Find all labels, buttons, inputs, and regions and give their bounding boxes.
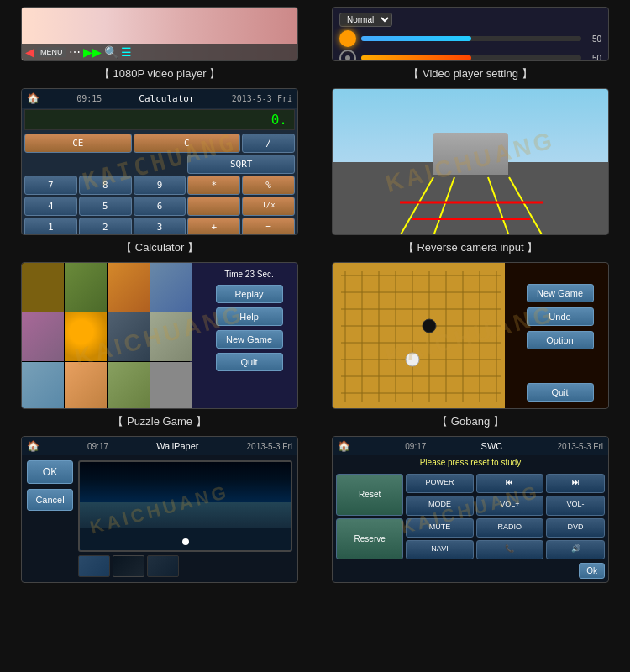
tile-1[interactable] [65,263,107,312]
svg-line-3 [488,177,509,234]
btn1[interactable]: 1 [24,218,77,235]
swc-time: 09:17 [405,442,426,451]
calc-topbar: 🏠 09:15 Calculator 2013-5-3 Fri [22,89,297,108]
btn2[interactable]: 2 [79,218,132,235]
undo-button[interactable]: Undo [527,307,594,326]
btn8[interactable]: 8 [79,176,132,195]
mute-button[interactable]: MUTE [406,518,473,538]
gobang-board[interactable] [333,263,505,409]
c-button[interactable]: C [134,134,241,153]
guide-lines [333,89,608,234]
btn5[interactable]: 5 [79,197,132,216]
navi-button[interactable]: NAVI [406,540,473,559]
btn4[interactable]: 4 [24,197,77,216]
home-icon[interactable]: 🏠 [27,92,39,104]
tile-10[interactable] [108,362,150,409]
tile-7[interactable] [150,312,192,361]
saturation-value: 50 [585,54,601,62]
newgame-gobang-button[interactable]: New Game [527,284,594,302]
sqrt-button[interactable]: SQRT [187,155,295,174]
ok-swc-button[interactable]: Ok [579,563,605,579]
btn3[interactable]: 3 [134,218,186,235]
vol-minus-button[interactable]: VOL- [546,496,605,515]
btn7[interactable]: 7 [24,176,77,195]
brightness-bar[interactable] [361,36,581,41]
thumbnail-strip [78,555,292,577]
tile-11[interactable] [150,362,192,409]
mul-button[interactable]: * [187,176,240,195]
radio-button[interactable]: RADIO [476,518,543,538]
tile-3[interactable] [150,263,192,312]
wp-topbar: 🏠 09:17 WallPaper 2013-5-3 Fri [22,437,297,455]
option-button[interactable]: Option [527,331,594,349]
puzzle-time: Time 23 Sec. [224,270,274,279]
swc-title: SWC [481,441,503,451]
quit-gobang-button[interactable]: Quit [527,383,594,402]
btn6[interactable]: 6 [134,197,186,216]
brightness-value: 50 [585,34,601,44]
phone-button[interactable]: 📞 [476,540,543,559]
help-button[interactable]: Help [216,307,283,326]
calculator-caption: 【 Calculator 】 [121,240,198,255]
add-button[interactable]: + [187,218,240,235]
quit-puzzle-button[interactable]: Quit [216,353,283,371]
swc-topbar: 🏠 09:17 SWC 2013-5-3 Fri [333,437,608,455]
wallpaper-cell: 🏠 09:17 WallPaper 2013-5-3 Fri OK Cancel [7,436,312,583]
svg-point-24 [423,319,436,333]
wallpaper-preview[interactable] [78,460,292,552]
tile-0[interactable] [22,263,64,312]
pct-button[interactable]: % [242,176,295,195]
next-track-button[interactable]: ⏭ [546,474,605,493]
ok-button[interactable]: OK [27,460,73,484]
play-btn[interactable]: ▶▶ [83,45,102,59]
mode-select[interactable]: Normal [339,13,392,27]
search-btn[interactable]: 🔍 [104,45,118,59]
replay-button[interactable]: Replay [216,285,283,303]
tile-2[interactable] [108,263,150,312]
speaker-button[interactable]: 🔊 [546,540,605,559]
swc-screen: 🏠 09:17 SWC 2013-5-3 Fri Please press re… [332,436,609,583]
thumb-2[interactable] [113,555,144,577]
reverse-camera-screen: KAICHUANG [332,88,609,235]
recip-button[interactable]: 1/x [242,197,295,216]
video-setting-cell: Normal 50 50 [318,7,623,85]
tile-5[interactable] [65,312,107,361]
tile-4[interactable] [22,312,64,361]
list-btn[interactable]: ☰ [121,45,132,59]
prev-track-button[interactable]: ⏮ [476,474,543,493]
swc-home-icon[interactable]: 🏠 [338,440,350,452]
saturation-bar[interactable] [361,55,581,60]
newgame-puzzle-button[interactable]: New Game [216,330,283,349]
video-setting-screen: Normal 50 50 [332,7,609,61]
mode-button[interactable]: MODE [406,496,473,515]
sub-button[interactable]: - [187,197,240,216]
brightness-fill [361,36,471,41]
eq-button[interactable]: = [242,218,295,235]
menu-btn[interactable]: MENU [37,47,66,57]
ce-button[interactable]: CE [24,134,132,153]
calc-date: 2013-5-3 Fri [232,94,292,103]
btn9[interactable]: 9 [134,176,186,195]
tile-6[interactable] [108,312,150,361]
cancel-button[interactable]: Cancel [27,489,73,511]
power-button[interactable]: POWER [406,474,473,493]
reserve-button[interactable]: Reserve [336,518,403,560]
gobang-cell: New Game Undo Option Quit KAICHUANG 【 Go… [318,262,623,433]
div-button[interactable]: / [242,134,295,153]
reset-button[interactable]: Reset [336,474,403,516]
dvd-button[interactable]: DVD [546,518,605,538]
board-grid [333,263,505,409]
puzzle-game-cell: Time 23 Sec. Replay Help New Game Quit K… [7,262,312,433]
puzzle-caption: 【 Puzzle Game 】 [113,414,206,429]
tile-8[interactable] [22,362,64,409]
tile-9[interactable] [65,362,107,409]
dots-btn[interactable]: ⋯ [69,45,81,59]
prev-btn[interactable]: ◀ [25,45,34,59]
vol-plus-button[interactable]: VOL+ [476,496,543,515]
reverse-camera-caption: 【 Reverse camera input 】 [403,240,538,255]
wp-indicator-dot [182,538,189,545]
thumb-3[interactable] [147,555,179,577]
puzzle-grid [22,263,190,409]
wp-home-icon[interactable]: 🏠 [27,440,39,452]
thumb-1[interactable] [78,555,110,577]
